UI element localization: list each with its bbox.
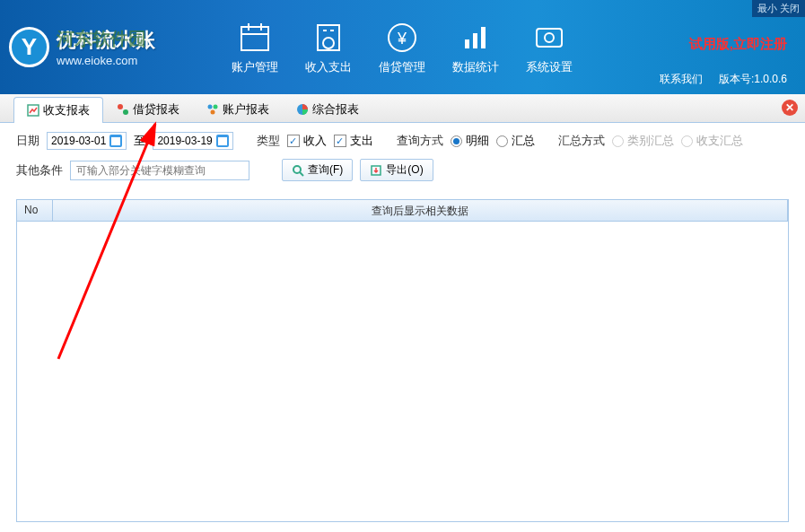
type-label: 类型: [257, 133, 280, 149]
tab-income-expense-report[interactable]: 收支报表: [13, 97, 103, 123]
calendar-icon: [216, 135, 229, 147]
calendar-icon: [109, 135, 122, 147]
date-to-label: 至: [134, 133, 145, 149]
report-icon: [27, 104, 39, 117]
svg-rect-11: [537, 29, 562, 47]
keyword-input[interactable]: [70, 161, 249, 180]
svg-rect-9: [473, 33, 477, 48]
pie-icon: [296, 103, 309, 116]
radio-category-summary: 类别汇总: [612, 133, 674, 149]
table-body: [17, 222, 788, 521]
account-report-icon: [206, 103, 219, 116]
logo-icon: Y: [9, 27, 49, 67]
svg-point-20: [293, 166, 301, 173]
export-button[interactable]: 导出(O): [360, 159, 433, 181]
nav-loan-mgmt[interactable]: ¥ 借贷管理: [365, 20, 439, 75]
nav-account-mgmt[interactable]: 账户管理: [218, 20, 292, 75]
svg-text:¥: ¥: [397, 30, 407, 48]
col-no[interactable]: No: [17, 200, 53, 221]
nav-income-expense[interactable]: 收入支出: [292, 20, 365, 75]
summary-mode-label: 汇总方式: [558, 133, 605, 149]
nav-statistics[interactable]: 数据统计: [439, 20, 512, 75]
logo-area: Y 河东软件园 优科流水账 www.eioke.com: [0, 27, 155, 67]
date-label: 日期: [16, 133, 39, 149]
checkbox-income[interactable]: ✓收入: [287, 133, 327, 149]
tabs-bar: 收支报表 借贷报表 账户报表 综合报表 ✕: [0, 94, 805, 123]
date-to-input[interactable]: 2019-03-19: [153, 132, 232, 150]
gear-icon: [531, 20, 567, 56]
query-button[interactable]: 查询(F): [282, 159, 353, 181]
tab-account-report[interactable]: 账户报表: [193, 96, 283, 122]
radio-detail[interactable]: 明细: [451, 133, 489, 149]
date-from-input[interactable]: 2019-03-01: [47, 132, 127, 150]
svg-point-14: [118, 104, 123, 109]
nav-settings[interactable]: 系统设置: [512, 20, 586, 75]
search-icon: [292, 164, 304, 177]
window-controls[interactable]: 最小 关闭: [752, 0, 805, 17]
data-table: No 查询后显示相关数据: [16, 199, 789, 522]
other-cond-label: 其他条件: [16, 162, 63, 179]
loan-report-icon: [117, 103, 129, 116]
nav-menu: 账户管理 收入支出 ¥ 借贷管理 数据统计 系统设置: [218, 20, 586, 75]
website: www.eioke.com: [57, 54, 155, 67]
close-tab-button[interactable]: ✕: [782, 100, 798, 116]
yen-icon: ¥: [384, 20, 420, 56]
chart-icon: [458, 20, 494, 56]
svg-rect-10: [481, 27, 486, 48]
svg-point-16: [208, 105, 213, 109]
query-mode-label: 查询方式: [397, 133, 443, 149]
svg-point-18: [211, 110, 215, 115]
radio-io-summary: 收支汇总: [681, 133, 743, 149]
svg-point-5: [323, 38, 334, 48]
contact-link[interactable]: 联系我们: [660, 72, 703, 87]
tab-summary-report[interactable]: 综合报表: [283, 96, 372, 122]
tab-loan-report[interactable]: 借贷报表: [103, 96, 193, 122]
version-info: 版本号:1.0.0.6: [719, 72, 787, 87]
svg-point-15: [123, 109, 128, 115]
watermark: 河东软件园: [57, 27, 146, 51]
svg-line-21: [300, 172, 303, 176]
transfer-icon: [311, 20, 346, 56]
trial-link[interactable]: 试用版,立即注册: [689, 36, 787, 53]
radio-summary[interactable]: 汇总: [496, 133, 535, 149]
svg-point-17: [214, 105, 218, 109]
svg-rect-0: [241, 27, 268, 50]
svg-point-12: [545, 33, 554, 42]
export-icon: [370, 164, 382, 177]
checkbox-expense[interactable]: ✓支出: [334, 133, 373, 149]
calendar-icon: [237, 20, 273, 56]
col-main: 查询后显示相关数据: [53, 200, 788, 221]
svg-rect-8: [465, 39, 469, 48]
